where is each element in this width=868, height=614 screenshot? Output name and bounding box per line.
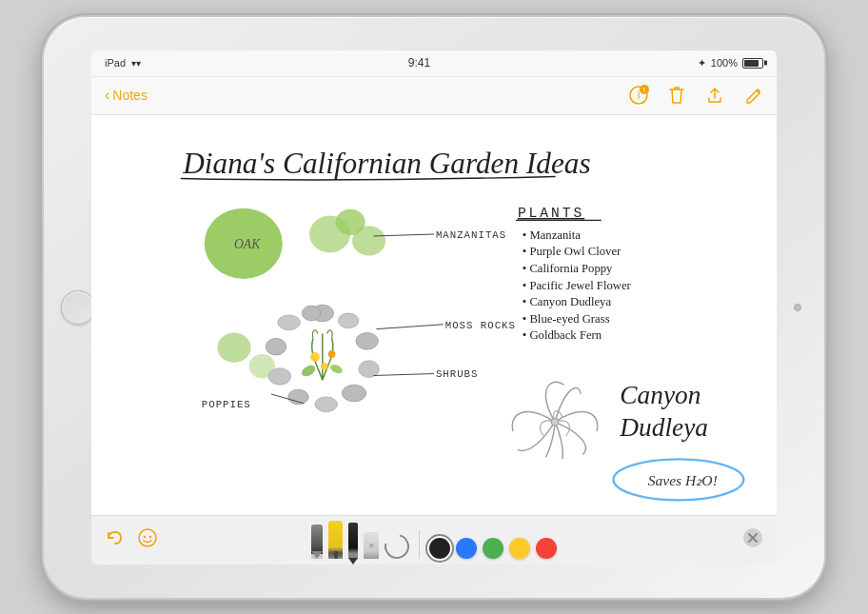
svg-text:Dudleya: Dudleya (619, 412, 708, 441)
close-button[interactable] (742, 527, 763, 552)
ipad-device: iPad ▾▾ 9:41 ✦ 100% ‹ Notes (44, 17, 824, 598)
svg-text:Diana's Californian Garden Ide: Diana's Californian Garden Ideas (182, 146, 590, 179)
svg-point-50 (139, 529, 156, 546)
svg-text:i: i (638, 89, 641, 102)
svg-text:MOSS ROCKS: MOSS ROCKS (445, 319, 516, 330)
svg-line-41 (374, 373, 434, 375)
svg-text:Saves H₂O!: Saves H₂O! (648, 471, 718, 487)
marker-tool[interactable] (328, 521, 343, 559)
battery-icon (742, 58, 763, 69)
note-content[interactable]: Diana's Californian Garden Ideas PLANTS … (91, 115, 777, 515)
color-blue[interactable] (456, 538, 477, 559)
screen: iPad ▾▾ 9:41 ✦ 100% ‹ Notes (91, 50, 777, 564)
pencil-tool[interactable] (311, 525, 323, 559)
svg-text:SHRUBS: SHRUBS (436, 368, 479, 380)
toolbar: ✕ (91, 515, 777, 564)
svg-point-38 (329, 363, 345, 375)
svg-point-24 (338, 313, 358, 328)
svg-point-26 (359, 360, 379, 377)
svg-text:PLANTS: PLANTS (518, 206, 584, 221)
status-left: iPad ▾▾ (105, 57, 141, 69)
back-button[interactable]: ‹ Notes (105, 87, 148, 104)
emoji-button[interactable] (137, 527, 158, 552)
toolbar-drawing-tools: ✕ (311, 521, 557, 559)
svg-point-34 (310, 352, 320, 362)
svg-point-51 (144, 536, 146, 538)
color-yellow[interactable] (509, 538, 530, 559)
svg-text:• Blue-eyed Grass: • Blue-eyed Grass (523, 311, 610, 325)
svg-text:POPPIES: POPPIES (202, 398, 251, 409)
nav-bar: ‹ Notes i ! (91, 77, 777, 115)
color-green[interactable] (483, 538, 503, 559)
svg-text:OAK: OAK (234, 236, 261, 250)
svg-text:• Purple Owl Clover: • Purple Owl Clover (523, 245, 621, 258)
svg-text:• California Poppy: • California Poppy (523, 262, 613, 275)
bluetooth-icon: ✦ (698, 57, 706, 69)
undo-button[interactable] (105, 527, 126, 552)
svg-text:• Goldback Fern: • Goldback Fern (523, 328, 602, 342)
svg-point-45 (551, 418, 559, 426)
chevron-left-icon: ‹ (105, 87, 109, 104)
share-badge-button[interactable]: i ! (628, 85, 649, 106)
svg-point-36 (321, 362, 328, 369)
svg-text:• Pacific Jewel Flower: • Pacific Jewel Flower (523, 278, 632, 291)
side-button (794, 304, 801, 311)
share-button[interactable] (704, 85, 725, 106)
home-button[interactable] (61, 290, 95, 325)
svg-point-28 (315, 396, 337, 411)
status-bar: iPad ▾▾ 9:41 ✦ 100% (91, 50, 777, 77)
svg-text:!: ! (643, 87, 645, 93)
lasso-tool[interactable] (385, 534, 409, 559)
trash-button[interactable] (666, 85, 687, 106)
svg-point-33 (302, 306, 321, 321)
device-label: iPad (105, 57, 126, 69)
battery-pct: 100% (711, 57, 738, 69)
svg-text:Canyon: Canyon (620, 380, 700, 408)
svg-text:MANZANITAS: MANZANITAS (436, 228, 506, 240)
status-time: 9:41 (408, 56, 430, 69)
toolbar-right-actions (742, 527, 763, 552)
svg-point-30 (268, 367, 290, 385)
svg-point-32 (278, 315, 300, 330)
svg-line-39 (376, 324, 443, 328)
toolbar-left-actions (105, 527, 158, 552)
svg-point-35 (328, 350, 336, 358)
back-label: Notes (112, 88, 148, 103)
wifi-icon: ▾▾ (131, 58, 141, 69)
color-red[interactable] (536, 538, 557, 559)
svg-point-25 (356, 332, 378, 349)
svg-point-18 (335, 208, 365, 234)
svg-text:• Canyon Dudleya: • Canyon Dudleya (523, 295, 612, 308)
status-right: ✦ 100% (698, 57, 763, 69)
svg-point-31 (266, 338, 286, 355)
svg-point-21 (217, 332, 250, 362)
svg-text:• Manzanita: • Manzanita (523, 228, 582, 241)
color-black[interactable] (429, 538, 450, 559)
compose-button[interactable] (742, 85, 763, 106)
svg-point-52 (149, 536, 151, 538)
eraser-tool[interactable]: ✕ (364, 532, 379, 559)
pen-tool[interactable] (348, 523, 358, 559)
nav-actions: i ! (628, 85, 763, 106)
svg-point-27 (342, 385, 365, 402)
svg-point-37 (300, 363, 317, 378)
